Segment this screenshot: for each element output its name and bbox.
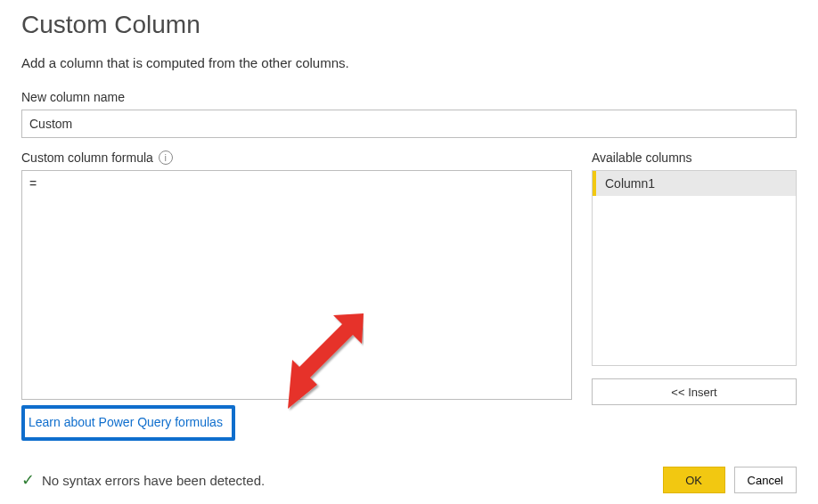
list-item[interactable]: Column1 [593,171,796,196]
available-columns-label: Available columns [592,150,797,165]
available-columns-list[interactable]: Column1 [592,170,797,366]
info-icon[interactable]: i [159,150,173,165]
status-text: No syntax errors have been detected. [42,473,265,488]
dialog-title: Custom Column [21,11,797,39]
cancel-button[interactable]: Cancel [734,467,797,493]
new-column-name-label: New column name [21,90,797,104]
formula-input[interactable] [21,170,572,400]
checkmark-icon: ✓ [21,470,35,490]
ok-button[interactable]: OK [663,467,725,493]
insert-button[interactable]: << Insert [592,378,797,405]
dialog-subtitle: Add a column that is computed from the o… [21,55,797,70]
learn-formulas-link[interactable]: Learn about Power Query formulas [29,415,223,429]
formula-label: Custom column formula [21,150,153,165]
new-column-name-input[interactable] [21,110,797,138]
